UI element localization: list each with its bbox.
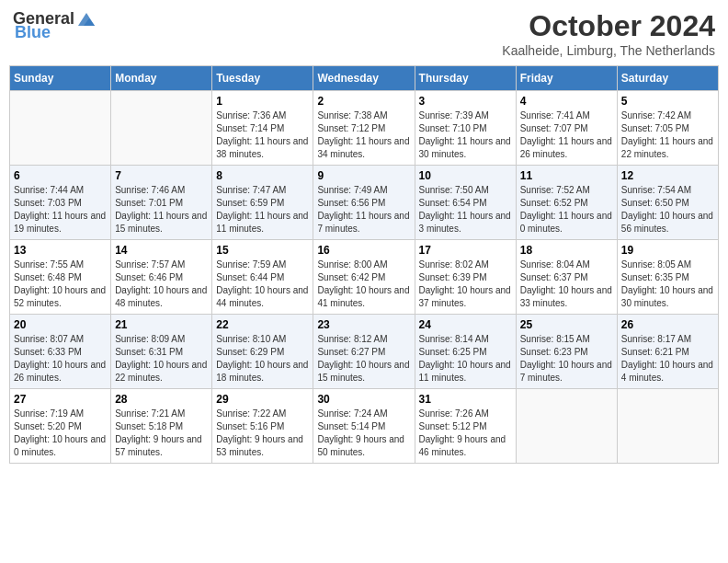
day-number: 20 (14, 318, 107, 331)
day-info: Sunrise: 7:47 AM Sunset: 6:59 PM Dayligh… (216, 184, 309, 236)
day-number: 6 (14, 169, 107, 182)
day-info: Sunrise: 8:07 AM Sunset: 6:33 PM Dayligh… (14, 333, 107, 385)
calendar-cell (10, 91, 111, 166)
calendar-cell (516, 389, 617, 464)
weekday-header-friday: Friday (516, 66, 617, 91)
day-info: Sunrise: 8:02 AM Sunset: 6:39 PM Dayligh… (419, 259, 512, 310)
calendar-cell: 1Sunrise: 7:36 AM Sunset: 7:14 PM Daylig… (212, 91, 313, 166)
day-number: 13 (14, 244, 107, 257)
calendar-cell: 26Sunrise: 8:17 AM Sunset: 6:21 PM Dayli… (617, 315, 718, 389)
day-info: Sunrise: 7:42 AM Sunset: 7:05 PM Dayligh… (621, 109, 714, 161)
weekday-header-sunday: Sunday (10, 66, 111, 91)
calendar-cell: 31Sunrise: 7:26 AM Sunset: 5:12 PM Dayli… (415, 389, 516, 464)
day-number: 28 (115, 393, 208, 406)
calendar-cell: 6Sunrise: 7:44 AM Sunset: 7:03 PM Daylig… (10, 166, 111, 240)
title-block: October 2024 Kaalheide, Limburg, The Net… (502, 9, 715, 58)
day-number: 15 (216, 244, 309, 257)
location-title: Kaalheide, Limburg, The Netherlands (502, 43, 715, 58)
day-info: Sunrise: 7:39 AM Sunset: 7:10 PM Dayligh… (419, 109, 512, 161)
day-number: 10 (419, 169, 512, 182)
day-info: Sunrise: 7:22 AM Sunset: 5:16 PM Dayligh… (216, 408, 309, 459)
day-number: 11 (520, 169, 613, 182)
day-info: Sunrise: 7:19 AM Sunset: 5:20 PM Dayligh… (14, 408, 107, 459)
calendar-cell: 23Sunrise: 8:12 AM Sunset: 6:27 PM Dayli… (313, 315, 415, 389)
day-number: 5 (621, 95, 714, 108)
calendar-cell (617, 389, 718, 464)
day-number: 21 (115, 318, 208, 331)
day-info: Sunrise: 7:52 AM Sunset: 6:52 PM Dayligh… (520, 184, 613, 236)
day-number: 23 (317, 318, 410, 331)
calendar-cell (111, 91, 212, 166)
day-info: Sunrise: 7:46 AM Sunset: 7:01 PM Dayligh… (115, 184, 208, 236)
calendar-cell: 3Sunrise: 7:39 AM Sunset: 7:10 PM Daylig… (415, 91, 516, 166)
calendar-header-row: SundayMondayTuesdayWednesdayThursdayFrid… (10, 66, 719, 91)
calendar-table: SundayMondayTuesdayWednesdayThursdayFrid… (9, 65, 719, 464)
day-info: Sunrise: 8:15 AM Sunset: 6:23 PM Dayligh… (520, 333, 613, 385)
day-number: 1 (216, 95, 309, 108)
calendar-cell: 29Sunrise: 7:22 AM Sunset: 5:16 PM Dayli… (212, 389, 313, 464)
day-number: 4 (520, 95, 613, 108)
calendar-cell: 14Sunrise: 7:57 AM Sunset: 6:46 PM Dayli… (111, 240, 212, 315)
day-info: Sunrise: 8:17 AM Sunset: 6:21 PM Dayligh… (621, 333, 714, 385)
day-number: 8 (216, 169, 309, 182)
calendar-week-row: 27Sunrise: 7:19 AM Sunset: 5:20 PM Dayli… (10, 389, 719, 464)
day-number: 30 (317, 393, 410, 406)
day-info: Sunrise: 7:36 AM Sunset: 7:14 PM Dayligh… (216, 109, 309, 161)
day-info: Sunrise: 7:41 AM Sunset: 7:07 PM Dayligh… (520, 109, 613, 161)
calendar-cell: 10Sunrise: 7:50 AM Sunset: 6:54 PM Dayli… (415, 166, 516, 240)
logo: General Blue (13, 9, 97, 42)
weekday-header-saturday: Saturday (617, 66, 718, 91)
day-info: Sunrise: 7:26 AM Sunset: 5:12 PM Dayligh… (419, 408, 512, 459)
calendar-week-row: 13Sunrise: 7:55 AM Sunset: 6:48 PM Dayli… (10, 240, 719, 315)
day-number: 27 (14, 393, 107, 406)
day-number: 29 (216, 393, 309, 406)
day-info: Sunrise: 8:00 AM Sunset: 6:42 PM Dayligh… (317, 259, 410, 310)
day-number: 18 (520, 244, 613, 257)
day-info: Sunrise: 7:21 AM Sunset: 5:18 PM Dayligh… (115, 408, 208, 459)
weekday-header-wednesday: Wednesday (313, 66, 415, 91)
page-header: General Blue October 2024 Kaalheide, Lim… (9, 9, 719, 58)
day-number: 22 (216, 318, 309, 331)
day-info: Sunrise: 7:50 AM Sunset: 6:54 PM Dayligh… (419, 184, 512, 236)
day-number: 26 (621, 318, 714, 331)
day-number: 3 (419, 95, 512, 108)
day-info: Sunrise: 7:44 AM Sunset: 7:03 PM Dayligh… (14, 184, 107, 236)
calendar-cell: 8Sunrise: 7:47 AM Sunset: 6:59 PM Daylig… (212, 166, 313, 240)
day-info: Sunrise: 8:10 AM Sunset: 6:29 PM Dayligh… (216, 333, 309, 385)
day-number: 19 (621, 244, 714, 257)
day-number: 16 (317, 244, 410, 257)
day-number: 31 (419, 393, 512, 406)
day-info: Sunrise: 7:57 AM Sunset: 6:46 PM Dayligh… (115, 259, 208, 310)
logo-icon (76, 11, 97, 28)
calendar-cell: 22Sunrise: 8:10 AM Sunset: 6:29 PM Dayli… (212, 315, 313, 389)
day-number: 25 (520, 318, 613, 331)
calendar-cell: 16Sunrise: 8:00 AM Sunset: 6:42 PM Dayli… (313, 240, 415, 315)
calendar-cell: 12Sunrise: 7:54 AM Sunset: 6:50 PM Dayli… (617, 166, 718, 240)
day-info: Sunrise: 7:59 AM Sunset: 6:44 PM Dayligh… (216, 259, 309, 310)
calendar-cell: 18Sunrise: 8:04 AM Sunset: 6:37 PM Dayli… (516, 240, 617, 315)
weekday-header-tuesday: Tuesday (212, 66, 313, 91)
calendar-cell: 2Sunrise: 7:38 AM Sunset: 7:12 PM Daylig… (313, 91, 415, 166)
day-info: Sunrise: 8:14 AM Sunset: 6:25 PM Dayligh… (419, 333, 512, 385)
calendar-cell: 5Sunrise: 7:42 AM Sunset: 7:05 PM Daylig… (617, 91, 718, 166)
day-info: Sunrise: 7:54 AM Sunset: 6:50 PM Dayligh… (621, 184, 714, 236)
day-info: Sunrise: 8:12 AM Sunset: 6:27 PM Dayligh… (317, 333, 410, 385)
calendar-cell: 4Sunrise: 7:41 AM Sunset: 7:07 PM Daylig… (516, 91, 617, 166)
day-number: 9 (317, 169, 410, 182)
day-number: 14 (115, 244, 208, 257)
month-title: October 2024 (502, 9, 715, 43)
calendar-cell: 7Sunrise: 7:46 AM Sunset: 7:01 PM Daylig… (111, 166, 212, 240)
weekday-header-monday: Monday (111, 66, 212, 91)
day-number: 12 (621, 169, 714, 182)
calendar-cell: 13Sunrise: 7:55 AM Sunset: 6:48 PM Dayli… (10, 240, 111, 315)
day-info: Sunrise: 7:24 AM Sunset: 5:14 PM Dayligh… (317, 408, 410, 459)
calendar-cell: 20Sunrise: 8:07 AM Sunset: 6:33 PM Dayli… (10, 315, 111, 389)
day-info: Sunrise: 7:49 AM Sunset: 6:56 PM Dayligh… (317, 184, 410, 236)
day-number: 2 (317, 95, 410, 108)
calendar-cell: 19Sunrise: 8:05 AM Sunset: 6:35 PM Dayli… (617, 240, 718, 315)
day-info: Sunrise: 8:05 AM Sunset: 6:35 PM Dayligh… (621, 259, 714, 310)
calendar-cell: 15Sunrise: 7:59 AM Sunset: 6:44 PM Dayli… (212, 240, 313, 315)
day-info: Sunrise: 8:09 AM Sunset: 6:31 PM Dayligh… (115, 333, 208, 385)
day-info: Sunrise: 8:04 AM Sunset: 6:37 PM Dayligh… (520, 259, 613, 310)
calendar-cell: 30Sunrise: 7:24 AM Sunset: 5:14 PM Dayli… (313, 389, 415, 464)
